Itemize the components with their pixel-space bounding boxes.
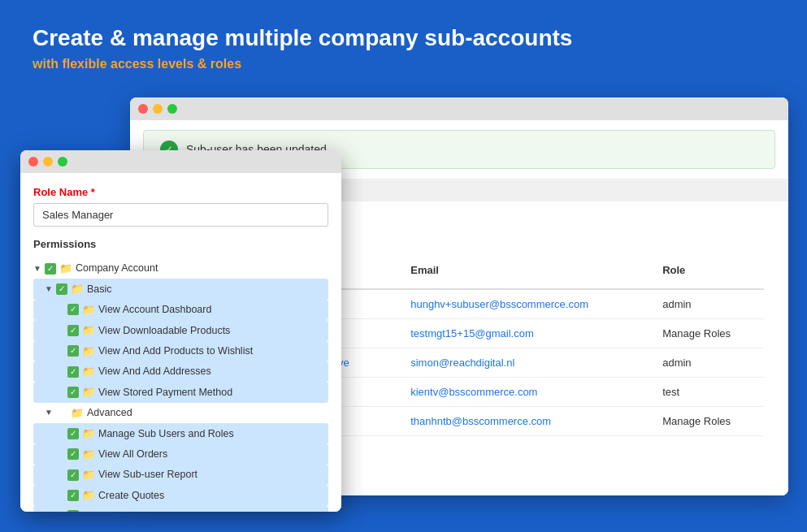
folder-icon: 📁 xyxy=(82,486,95,504)
checkbox-icon[interactable]: ✓ xyxy=(67,325,79,336)
checkbox-icon[interactable]: ✓ xyxy=(67,387,79,398)
role-name-input[interactable] xyxy=(33,203,328,227)
tree-item[interactable]: ✓📁View All Orders xyxy=(33,444,328,465)
browser-titlebar-front xyxy=(20,150,341,173)
tree-toggle: ▼ xyxy=(45,282,53,296)
tree-toggle xyxy=(56,365,64,379)
tree-toggle xyxy=(56,323,64,338)
folder-icon: 📁 xyxy=(82,362,95,381)
cell-email: hunghv+subuser@bsscommerce.com xyxy=(402,289,654,319)
tree-toggle xyxy=(56,488,64,503)
tree-item-label: View All Orders xyxy=(98,445,167,464)
hero-title: Create & manage multiple company sub-acc… xyxy=(33,24,774,52)
folder-icon: 📁 xyxy=(82,424,95,443)
tree-item[interactable]: ✓📁View All Quotes xyxy=(33,506,328,512)
permissions-label: Permissions xyxy=(33,238,328,250)
cell-role: Manage Roles xyxy=(654,407,764,436)
tree-item[interactable]: ✓📁View And Add Products to Wishlist xyxy=(33,341,328,361)
role-name-label: Role Name * xyxy=(33,186,328,198)
tree-item[interactable]: ✓📁View Sub-user Report xyxy=(33,465,328,485)
traffic-light-red-front[interactable] xyxy=(28,157,38,167)
cell-role: test xyxy=(654,378,764,407)
tree-item-label: View Downloadable Products xyxy=(98,322,230,340)
tree-item-label: View Sub-user Report xyxy=(98,465,197,484)
checkbox-icon[interactable]: ✓ xyxy=(56,283,67,295)
tree-item[interactable]: ✓📁View Downloadable Products xyxy=(33,320,328,340)
checkbox-icon[interactable]: ✓ xyxy=(67,428,79,439)
traffic-light-red[interactable] xyxy=(138,104,148,114)
permissions-tree: ▼✓📁Company Account▼✓📁Basic ✓📁View Accoun… xyxy=(33,258,328,512)
folder-icon: 📁 xyxy=(82,507,95,512)
checkbox-icon[interactable]: ✓ xyxy=(67,345,79,357)
hero-section: Create & manage multiple company sub-acc… xyxy=(0,0,807,71)
tree-toggle xyxy=(56,508,64,512)
tree-item-label: Advanced xyxy=(87,404,132,422)
folder-icon: 📁 xyxy=(71,404,84,422)
folder-icon: 📁 xyxy=(82,445,95,464)
tree-item-label: View Stored Payment Method xyxy=(98,383,232,402)
tree-item-label: View All Quotes xyxy=(98,507,169,512)
cell-email: simon@reachdigital.nl xyxy=(402,348,654,378)
folder-icon: 📁 xyxy=(71,279,84,298)
tree-toggle xyxy=(56,447,64,461)
tree-toggle xyxy=(56,468,64,482)
cell-role: Manage Roles xyxy=(654,319,764,348)
cell-email: kientv@bsscommerce.com xyxy=(402,378,654,407)
cell-role: admin xyxy=(654,289,764,319)
tree-toggle: ▼ xyxy=(33,262,41,276)
checkbox-icon[interactable]: ✓ xyxy=(67,448,79,460)
tree-item[interactable]: ▼✓📁Basic xyxy=(33,279,328,299)
tree-toggle xyxy=(56,344,64,358)
tree-item[interactable]: ▼📁Advanced xyxy=(33,403,328,423)
cell-email: thanhntb@bsscommerce.com xyxy=(402,407,654,436)
required-marker: * xyxy=(91,186,95,198)
tree-item-label: Manage Sub Users and Roles xyxy=(98,425,234,443)
tree-toggle xyxy=(56,385,64,400)
checkbox-icon[interactable]: ✓ xyxy=(67,304,79,315)
tree-toggle xyxy=(56,426,64,441)
folder-icon: 📁 xyxy=(82,342,95,361)
tree-item[interactable]: ✓📁Create Quotes xyxy=(33,485,328,505)
tree-item-label: View And Add Products to Wishlist xyxy=(98,342,253,361)
folder-icon: 📁 xyxy=(82,465,95,484)
folder-icon: 📁 xyxy=(59,259,72,278)
folder-icon: 📁 xyxy=(82,321,95,340)
tree-item[interactable]: ✓📁View Account Dashboard xyxy=(33,300,328,320)
checkbox-icon[interactable]: ✓ xyxy=(67,469,79,481)
tree-item-label: Company Account xyxy=(76,259,158,278)
permissions-browser: Role Name * Permissions ▼✓📁Company Accou… xyxy=(20,150,341,512)
traffic-light-green-front[interactable] xyxy=(58,157,67,167)
tree-item-label: View Account Dashboard xyxy=(98,301,211,319)
checkbox-icon[interactable]: ✓ xyxy=(67,510,79,512)
checkbox-icon[interactable]: ✓ xyxy=(67,490,79,501)
checkbox-icon[interactable]: ✓ xyxy=(67,366,79,378)
cell-email: testmgt15+15@gmail.com xyxy=(402,319,654,348)
tree-item[interactable]: ▼✓📁Company Account xyxy=(33,258,328,279)
cell-role: admin xyxy=(654,348,764,378)
browser-titlebar-back xyxy=(130,97,788,120)
col-header-role: Role xyxy=(654,251,764,289)
tree-item[interactable]: ✓📁View Stored Payment Method xyxy=(33,382,328,402)
traffic-light-yellow[interactable] xyxy=(153,104,163,114)
checkbox-icon[interactable]: ✓ xyxy=(45,263,56,275)
traffic-light-green[interactable] xyxy=(167,104,177,114)
tree-item[interactable]: ✓📁View And Add Addresses xyxy=(33,361,328,382)
tree-item[interactable]: ✓📁Manage Sub Users and Roles xyxy=(33,423,328,443)
traffic-light-yellow-front[interactable] xyxy=(43,157,53,167)
tree-item-label: Create Quotes xyxy=(98,487,164,505)
tree-item-label: View And Add Addresses xyxy=(98,362,211,381)
tree-toggle: ▼ xyxy=(45,405,53,420)
tree-item-label: Basic xyxy=(87,280,112,299)
hero-subtitle: with flexible access levels & roles xyxy=(33,57,774,71)
folder-icon: 📁 xyxy=(82,301,95,319)
browser-content-front: Role Name * Permissions ▼✓📁Company Accou… xyxy=(20,173,341,512)
tree-toggle xyxy=(56,302,64,317)
col-header-email: Email xyxy=(402,251,654,289)
folder-icon: 📁 xyxy=(82,383,95,401)
